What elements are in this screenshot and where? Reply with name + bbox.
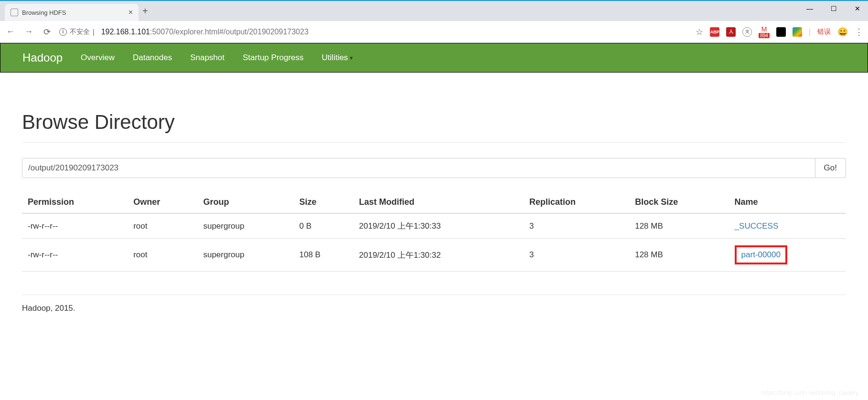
nav-overview[interactable]: Overview <box>81 53 115 63</box>
cell-name: part-00000 <box>729 239 846 272</box>
address-bar[interactable]: 192.168.1.101:50070/explorer.html#/outpu… <box>101 28 309 36</box>
minimize-button[interactable]: — <box>805 5 814 12</box>
footer-text: Hadoop, 2015. <box>22 304 846 313</box>
error-label[interactable]: 错误 <box>817 28 831 36</box>
file-link[interactable]: part-00000 <box>741 250 781 259</box>
file-link[interactable]: _SUCCESS <box>735 221 779 231</box>
cell-name: _SUCCESS <box>729 213 846 239</box>
emoji-icon[interactable]: 😀 <box>837 27 848 37</box>
forward-button[interactable]: → <box>23 27 34 37</box>
cell-size: 0 B <box>293 213 353 239</box>
col-group: Group <box>197 191 293 213</box>
toolbar-right: ☆ ABP 人 支 M 894 | 错误 😀 ⋮ <box>696 25 863 38</box>
brand-logo[interactable]: Hadoop <box>22 51 63 64</box>
col-size: Size <box>293 191 353 213</box>
cell-group: supergroup <box>197 213 293 239</box>
address-bar-row: ← → ⟳ i 不安全 | 192.168.1.101:50070/explor… <box>0 21 868 43</box>
adblock-icon[interactable]: ABP <box>710 27 719 37</box>
col-name: Name <box>729 191 846 213</box>
tab-bar: Browsing HDFS × + — ☐ ✕ <box>0 1 868 21</box>
cell-owner: root <box>128 213 197 239</box>
col-permission: Permission <box>22 191 128 213</box>
info-icon: i <box>59 28 67 36</box>
cell-blocksize: 128 MB <box>629 239 729 272</box>
qr-icon[interactable] <box>776 27 786 37</box>
col-last-modified: Last Modified <box>354 191 524 213</box>
cell-modified: 2019/2/10 上午1:30:33 <box>354 213 524 239</box>
nav-startup-progress[interactable]: Startup Progress <box>243 53 304 63</box>
security-label: 不安全 <box>70 28 90 36</box>
bookmark-star-icon[interactable]: ☆ <box>696 27 703 37</box>
adobe-icon[interactable]: 人 <box>726 27 736 37</box>
table-row: -rw-r--r--rootsupergroup108 B2019/2/10 上… <box>22 239 846 272</box>
col-replication: Replication <box>524 191 629 213</box>
nav-utilities[interactable]: Utilities ▼ <box>322 53 354 63</box>
browser-chrome: Browsing HDFS × + — ☐ ✕ ← → ⟳ i 不安全 | 19… <box>0 0 868 43</box>
cell-blocksize: 128 MB <box>629 213 729 239</box>
table-row: -rw-r--r--rootsupergroup0 B2019/2/10 上午1… <box>22 213 846 239</box>
menu-dots-icon[interactable]: ⋮ <box>855 27 863 37</box>
cell-modified: 2019/2/10 上午1:30:32 <box>354 239 524 272</box>
hadoop-navbar: Hadoop Overview Datanodes Snapshot Start… <box>0 43 868 73</box>
nav-snapshot[interactable]: Snapshot <box>190 53 225 63</box>
url-path: :50070/explorer.html#/output/20190209173… <box>150 28 309 36</box>
google-drive-icon[interactable] <box>793 27 802 37</box>
go-button[interactable]: Go! <box>815 158 846 178</box>
file-table: Permission Owner Group Size Last Modifie… <box>22 191 846 272</box>
col-block-size: Block Size <box>629 191 729 213</box>
browser-tab[interactable]: Browsing HDFS × <box>5 4 139 21</box>
url-host: 192.168.1.101 <box>101 28 150 36</box>
gmail-icon[interactable]: M 894 <box>759 25 770 38</box>
cell-replication: 3 <box>524 213 629 239</box>
cell-permission: -rw-r--r-- <box>22 213 128 239</box>
shield-icon[interactable]: 支 <box>742 27 752 37</box>
cell-permission: -rw-r--r-- <box>22 239 128 272</box>
path-input[interactable] <box>22 158 815 178</box>
reload-button[interactable]: ⟳ <box>41 27 53 37</box>
cell-group: supergroup <box>197 239 293 272</box>
security-status[interactable]: i 不安全 | <box>59 28 95 36</box>
cell-replication: 3 <box>524 239 629 272</box>
maximize-button[interactable]: ☐ <box>829 5 838 12</box>
main-content: Browse Directory Go! Permission Owner Gr… <box>0 73 868 323</box>
tab-title: Browsing HDFS <box>22 9 125 16</box>
divider <box>22 295 846 295</box>
new-tab-button[interactable]: + <box>142 6 148 17</box>
col-owner: Owner <box>128 191 197 213</box>
window-controls: — ☐ ✕ <box>805 5 862 12</box>
back-button[interactable]: ← <box>5 27 16 37</box>
table-header-row: Permission Owner Group Size Last Modifie… <box>22 191 846 213</box>
cell-owner: root <box>128 239 197 272</box>
close-window-button[interactable]: ✕ <box>853 5 862 12</box>
divider <box>22 142 846 143</box>
nav-datanodes[interactable]: Datanodes <box>133 53 172 63</box>
close-icon[interactable]: × <box>129 8 133 17</box>
path-row: Go! <box>22 158 846 178</box>
cell-size: 108 B <box>293 239 353 272</box>
file-icon <box>11 9 18 16</box>
chevron-down-icon: ▼ <box>349 55 354 61</box>
page-title: Browse Directory <box>22 111 846 134</box>
